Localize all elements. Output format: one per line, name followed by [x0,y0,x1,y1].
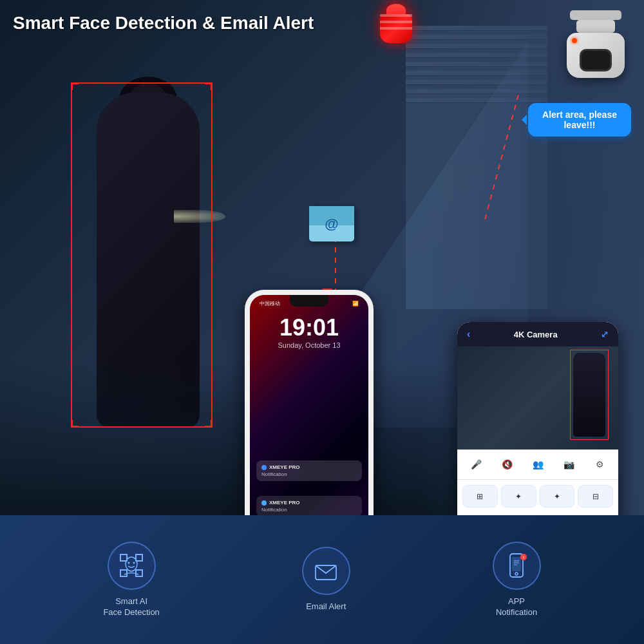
svg-point-6 [133,562,135,564]
feature-app-notification: ! APP Notification [493,542,541,618]
notif-app-name-1: XMEYE PRO [261,464,357,470]
svg-rect-1 [136,554,142,561]
svg-rect-2 [120,570,127,576]
grid-btn-2[interactable]: ✦ [501,485,536,507]
siren-alarm [380,10,412,43]
svg-rect-3 [136,570,142,576]
feature-face-detection: Smart AI Face Detection [103,542,159,618]
face-detection-icon-circle [108,542,156,590]
page-title: Smart Face Detection & Email Alert [13,13,314,33]
app-notification-svg: ! [503,552,530,579]
svg-point-4 [126,557,137,571]
people-button[interactable]: 👥 [528,455,547,474]
app-notification-label: APP Notification [496,596,537,618]
notif-app-name-2: XMEYE PRO [261,500,357,506]
feed-detection-box [570,350,609,440]
svg-rect-0 [120,554,127,561]
face-detection-svg [118,552,145,579]
phone-screen: 中国移动 📶 19:01 Sunday, October 13 XMEYE PR… [250,295,368,542]
mic-button[interactable]: 🎤 [466,455,486,474]
face-detection-box [71,82,213,428]
notification-1: XMEYE PRO Notification [256,460,362,481]
signal-icon: 📶 [352,301,359,307]
svg-point-5 [128,562,130,564]
app-back-button[interactable]: ‹ [467,328,470,340]
grid-btn-1[interactable]: ⊞ [462,485,498,507]
svg-rect-9 [512,557,521,571]
face-detection-label: Smart AI Face Detection [103,596,159,618]
settings-button[interactable]: ⚙ [590,455,609,474]
at-symbol: @ [325,216,338,232]
feature-email-alert: Email Alert [302,547,350,612]
email-alert-label: Email Alert [306,601,346,612]
main-container: @ Alert area, please leave!!! [0,0,644,644]
grid-btn-4[interactable]: ⊟ [578,485,613,507]
mute-button[interactable]: 🔇 [497,455,516,474]
notification-2: XMEYE PRO Notification [256,496,362,516]
app-header: ‹ 4K Camera ⤢ [457,322,618,346]
app-controls-bar: 🎤 🔇 👥 📷 ⚙ [457,450,618,480]
app-grid-buttons: ⊞ ✦ ✦ ⊟ [457,480,618,513]
app-notification-icon-circle: ! [493,542,541,590]
notif-message-2: Notification [261,507,357,513]
phone-time: 19:01 [250,314,368,341]
svg-text:!: ! [523,556,524,560]
email-float-icon: @ [309,206,354,242]
svg-point-10 [515,573,518,575]
grid-btn-3[interactable]: ✦ [540,485,575,507]
app-camera-title: 4K Camera [514,330,558,339]
notif-message-1: Notification [261,471,357,477]
phone-status-bar: 中国移动 📶 [260,300,359,307]
app-expand-button[interactable]: ⤢ [601,329,609,339]
phone-mockup: 中国移动 📶 19:01 Sunday, October 13 XMEYE PR… [245,290,374,547]
email-alert-svg [312,558,339,585]
alert-text: Alert area, please leave!!! [542,109,617,130]
email-alert-icon-circle [302,547,350,595]
bottom-features-bar: Smart AI Face Detection Email Alert [0,515,644,644]
phone-frame: 中国移动 📶 19:01 Sunday, October 13 XMEYE PR… [245,290,374,547]
app-camera-feed [457,346,618,450]
alert-bubble: Alert area, please leave!!! [528,103,631,137]
carrier-text: 中国移动 [260,300,280,307]
security-camera [567,10,625,78]
snapshot-button[interactable]: 📷 [559,455,578,474]
phone-date: Sunday, October 13 [250,341,368,349]
